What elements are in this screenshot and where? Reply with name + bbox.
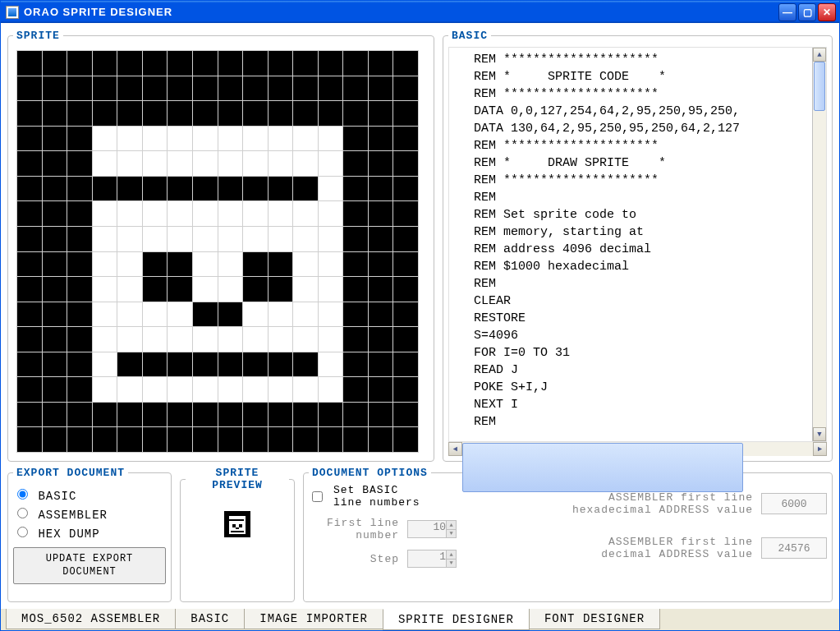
tab-sprite-designer[interactable]: SPRITE DESIGNER <box>383 609 530 630</box>
sprite-pixel[interactable] <box>192 226 218 251</box>
scroll-up-icon[interactable]: ▲ <box>813 48 826 62</box>
sprite-pixel[interactable] <box>343 101 369 127</box>
sprite-pixel[interactable] <box>393 277 419 302</box>
sprite-pixel[interactable] <box>117 76 143 101</box>
sprite-pixel[interactable] <box>243 277 269 302</box>
sprite-pixel[interactable] <box>268 251 293 277</box>
sprite-pixel[interactable] <box>343 76 369 101</box>
sprite-pixel[interactable] <box>343 176 369 201</box>
sprite-pixel[interactable] <box>92 427 117 453</box>
sprite-pixel[interactable] <box>243 402 269 427</box>
sprite-pixel[interactable] <box>318 226 343 251</box>
sprite-pixel[interactable] <box>168 402 193 427</box>
sprite-pixel[interactable] <box>268 76 293 101</box>
sprite-pixel[interactable] <box>368 126 393 151</box>
radio-basic[interactable]: BASIC <box>13 486 166 503</box>
sprite-pixel[interactable] <box>293 101 319 127</box>
sprite-pixel[interactable] <box>343 277 369 302</box>
sprite-pixel[interactable] <box>268 302 293 327</box>
sprite-pixel[interactable] <box>142 126 168 151</box>
sprite-pixel[interactable] <box>67 302 93 327</box>
sprite-pixel[interactable] <box>218 176 243 201</box>
sprite-pixel[interactable] <box>117 201 143 227</box>
sprite-pixel[interactable] <box>368 277 393 302</box>
sprite-pixel[interactable] <box>142 51 168 76</box>
sprite-pixel[interactable] <box>293 201 319 227</box>
sprite-pixel[interactable] <box>117 101 143 127</box>
sprite-pixel[interactable] <box>343 51 369 76</box>
sprite-pixel[interactable] <box>268 226 293 251</box>
sprite-pixel[interactable] <box>17 101 43 127</box>
sprite-pixel[interactable] <box>67 377 93 403</box>
sprite-pixel[interactable] <box>218 251 243 277</box>
sprite-pixel[interactable] <box>192 352 218 377</box>
sprite-pixel[interactable] <box>168 176 193 201</box>
sprite-pixel[interactable] <box>318 377 343 403</box>
sprite-pixel[interactable] <box>92 352 117 377</box>
sprite-pixel[interactable] <box>343 352 369 377</box>
sprite-pixel[interactable] <box>168 251 193 277</box>
sprite-pixel[interactable] <box>42 176 67 201</box>
sprite-pixel[interactable] <box>393 51 419 76</box>
sprite-pixel[interactable] <box>117 176 143 201</box>
sprite-pixel[interactable] <box>42 51 67 76</box>
sprite-pixel[interactable] <box>243 51 269 76</box>
sprite-pixel[interactable] <box>17 251 43 277</box>
sprite-pixel[interactable] <box>318 51 343 76</box>
sprite-pixel[interactable] <box>318 402 343 427</box>
sprite-pixel[interactable] <box>393 101 419 127</box>
sprite-pixel[interactable] <box>17 302 43 327</box>
sprite-pixel[interactable] <box>192 126 218 151</box>
sprite-pixel[interactable] <box>192 377 218 403</box>
sprite-pixel[interactable] <box>92 51 117 76</box>
sprite-pixel[interactable] <box>17 377 43 403</box>
sprite-pixel[interactable] <box>168 277 193 302</box>
sprite-grid[interactable] <box>16 50 419 453</box>
sprite-pixel[interactable] <box>192 277 218 302</box>
sprite-pixel[interactable] <box>92 126 117 151</box>
tab-image-importer[interactable]: IMAGE IMPORTER <box>244 609 383 629</box>
sprite-pixel[interactable] <box>293 176 319 201</box>
sprite-pixel[interactable] <box>343 427 369 453</box>
sprite-pixel[interactable] <box>243 176 269 201</box>
sprite-pixel[interactable] <box>42 201 67 227</box>
sprite-pixel[interactable] <box>218 101 243 127</box>
sprite-pixel[interactable] <box>142 201 168 227</box>
sprite-pixel[interactable] <box>268 201 293 227</box>
tab-font-designer[interactable]: FONT DESIGNER <box>529 609 660 629</box>
sprite-pixel[interactable] <box>92 277 117 302</box>
sprite-pixel[interactable] <box>42 427 67 453</box>
sprite-pixel[interactable] <box>293 251 319 277</box>
step-input[interactable]: 1▲▼ <box>407 550 457 568</box>
sprite-pixel[interactable] <box>343 402 369 427</box>
sprite-pixel[interactable] <box>293 377 319 403</box>
sprite-pixel[interactable] <box>42 352 67 377</box>
sprite-pixel[interactable] <box>192 427 218 453</box>
set-line-numbers-checkbox[interactable] <box>312 491 323 502</box>
sprite-pixel[interactable] <box>368 101 393 127</box>
sprite-pixel[interactable] <box>92 76 117 101</box>
sprite-pixel[interactable] <box>17 327 43 352</box>
sprite-pixel[interactable] <box>17 277 43 302</box>
sprite-pixel[interactable] <box>368 352 393 377</box>
sprite-pixel[interactable] <box>17 176 43 201</box>
sprite-pixel[interactable] <box>343 327 369 352</box>
sprite-pixel[interactable] <box>268 402 293 427</box>
sprite-pixel[interactable] <box>393 226 419 251</box>
sprite-pixel[interactable] <box>318 251 343 277</box>
sprite-pixel[interactable] <box>218 327 243 352</box>
sprite-pixel[interactable] <box>192 101 218 127</box>
sprite-pixel[interactable] <box>168 201 193 227</box>
sprite-pixel[interactable] <box>268 427 293 453</box>
sprite-pixel[interactable] <box>368 51 393 76</box>
sprite-pixel[interactable] <box>368 327 393 352</box>
minimize-button[interactable]: — <box>778 3 796 21</box>
sprite-pixel[interactable] <box>343 151 369 177</box>
sprite-pixel[interactable] <box>142 277 168 302</box>
sprite-pixel[interactable] <box>218 126 243 151</box>
sprite-pixel[interactable] <box>243 352 269 377</box>
sprite-pixel[interactable] <box>318 327 343 352</box>
sprite-pixel[interactable] <box>293 151 319 177</box>
sprite-pixel[interactable] <box>142 176 168 201</box>
maximize-button[interactable]: ▢ <box>798 3 816 21</box>
